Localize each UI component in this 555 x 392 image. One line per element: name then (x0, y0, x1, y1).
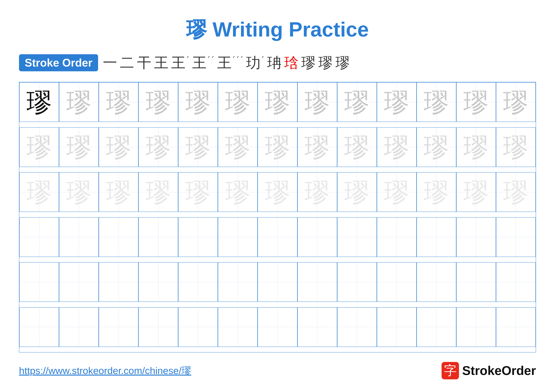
grid-cell[interactable] (19, 307, 59, 347)
practice-char: 璆 (424, 134, 449, 160)
grid-cell: 璆 (377, 172, 416, 212)
grid-cell: 璆 (258, 172, 297, 212)
stroke-10: 琀 (284, 53, 299, 72)
grid-cell[interactable] (416, 262, 456, 302)
grid-cell[interactable] (496, 262, 536, 302)
grid-cell[interactable] (297, 217, 337, 257)
grid-cell[interactable] (59, 307, 99, 347)
grid-cell: 璆 (297, 82, 337, 122)
grid-cell: 璆 (416, 127, 456, 167)
practice-char: 璆 (27, 179, 52, 205)
grid-cell: 璆 (297, 127, 337, 167)
grid-cell: 璆 (178, 127, 218, 167)
grid-cell[interactable] (139, 217, 178, 257)
practice-char: 璆 (344, 90, 370, 115)
stroke-8: 玏ˊ (246, 53, 264, 72)
grid-cell: 璆 (218, 172, 258, 212)
practice-char: 璆 (503, 179, 528, 205)
stroke-order-badge: Stroke Order (19, 54, 98, 71)
stroke-11: 璆 (301, 53, 316, 72)
grid-cell[interactable] (377, 262, 416, 302)
grid-cell: 璆 (456, 82, 496, 122)
grid-cell[interactable] (297, 262, 337, 302)
grid-cell[interactable] (456, 307, 496, 347)
grid-cell[interactable] (99, 217, 139, 257)
practice-char: 璆 (146, 90, 171, 115)
stroke-12: 璆 (319, 53, 333, 72)
grid-cell[interactable] (139, 307, 178, 347)
grid-cell: 璆 (99, 127, 139, 167)
grid-cell: 璆 (496, 127, 536, 167)
grid-cell[interactable] (416, 217, 456, 257)
stroke-4: 王 (154, 53, 168, 72)
stroke-sequence: 一 二 干 王 王ˊ 王ˊˊ 王ˊˊˊ 玏ˊ 珃 琀 璆 璆 璆 (103, 53, 350, 72)
grid-cell: 璆 (416, 82, 456, 122)
grid-cell[interactable] (337, 307, 377, 347)
practice-char: 璆 (424, 90, 449, 115)
grid-cell[interactable] (456, 262, 496, 302)
grid-cell[interactable] (178, 217, 218, 257)
practice-char: 璆 (463, 134, 489, 160)
practice-char: 璆 (384, 90, 409, 115)
stroke-order-row: Stroke Order 一 二 干 王 王ˊ 王ˊˊ 王ˊˊˊ 玏ˊ 珃 琀 … (19, 53, 536, 72)
grid-cell[interactable] (218, 262, 258, 302)
grid-cell[interactable] (377, 307, 416, 347)
footer-logo: 字 StrokeOrder (442, 362, 536, 379)
grid-cell[interactable] (258, 307, 297, 347)
stroke-1: 一 (103, 53, 117, 72)
grid-cell[interactable] (258, 262, 297, 302)
grid-cell: 璆 (377, 82, 416, 122)
practice-char: 璆 (265, 179, 290, 205)
practice-char: 璆 (225, 90, 250, 115)
grid-cell: 璆 (258, 82, 297, 122)
grid-cell[interactable] (218, 307, 258, 347)
practice-char: 璆 (265, 134, 290, 160)
practice-grid: 璆 璆 璆 璆 璆 璆 璆 璆 璆 璆 璆 璆 璆 璆 璆 璆 璆 璆 璆 璆 … (19, 82, 536, 352)
grid-cell: 璆 (59, 127, 99, 167)
grid-cell[interactable] (178, 307, 218, 347)
grid-cell[interactable] (99, 307, 139, 347)
grid-cell: 璆 (178, 82, 218, 122)
grid-cell[interactable] (496, 307, 536, 347)
practice-char: 璆 (185, 134, 211, 160)
footer-logo-text: StrokeOrder (462, 363, 536, 378)
grid-cell[interactable] (258, 217, 297, 257)
grid-cell[interactable] (416, 307, 456, 347)
grid-cell[interactable] (178, 262, 218, 302)
footer-url[interactable]: https://www.strokeorder.com/chinese/璆 (19, 364, 191, 377)
grid-cell[interactable] (456, 217, 496, 257)
title-character: 璆 (186, 18, 212, 41)
grid-cell: 璆 (19, 127, 59, 167)
practice-char: 璆 (503, 134, 528, 160)
practice-char: 璆 (106, 179, 131, 205)
grid-cell[interactable] (19, 262, 59, 302)
page-title: 璆 Writing Practice (186, 16, 369, 44)
practice-char: 璆 (305, 179, 330, 205)
practice-char: 璆 (463, 90, 489, 115)
grid-cell: 璆 (337, 127, 377, 167)
grid-cell: 璆 (258, 127, 297, 167)
grid-cell[interactable] (297, 307, 337, 347)
grid-cell[interactable] (337, 217, 377, 257)
grid-cell: 璆 (218, 82, 258, 122)
practice-char: 璆 (185, 90, 211, 115)
grid-cell[interactable] (337, 262, 377, 302)
practice-char: 璆 (66, 179, 92, 205)
grid-cell: 璆 (139, 82, 178, 122)
practice-char: 璆 (265, 90, 290, 115)
grid-cell[interactable] (59, 217, 99, 257)
grid-cell: 璆 (218, 127, 258, 167)
grid-cell[interactable] (99, 262, 139, 302)
grid-cell[interactable] (59, 262, 99, 302)
stroke-7: 王ˊˊˊ (217, 53, 243, 72)
grid-cell[interactable] (19, 217, 59, 257)
grid-cell[interactable] (218, 217, 258, 257)
grid-cell[interactable] (377, 217, 416, 257)
grid-cell: 璆 (59, 82, 99, 122)
practice-char: 璆 (225, 134, 250, 160)
practice-char: 璆 (384, 179, 409, 205)
practice-char: 璆 (305, 134, 330, 160)
grid-cell: 璆 (496, 82, 536, 122)
grid-cell[interactable] (139, 262, 178, 302)
grid-cell[interactable] (496, 217, 536, 257)
